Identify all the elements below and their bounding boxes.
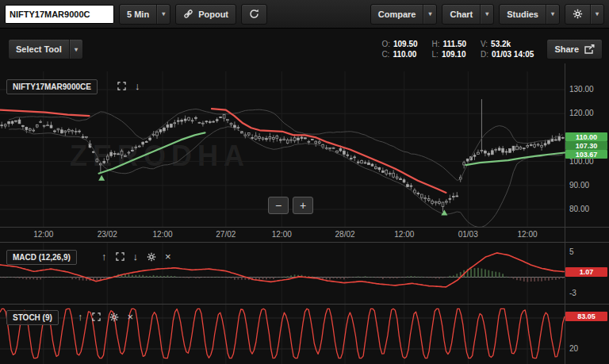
- stoch-study-label[interactable]: STOCH (9): [6, 310, 59, 325]
- popout-button[interactable]: Popout: [175, 4, 236, 25]
- chart-area: ZERODHA 130.00120.00110.00100.0090.0080.…: [0, 29, 609, 364]
- ohlc-legend: O:109.50 H:111.50 V:53.2k C:110.00 L:109…: [381, 40, 534, 59]
- macd-move-up-icon[interactable]: ↑: [102, 251, 107, 262]
- macd-settings-gear-icon[interactable]: [147, 252, 156, 262]
- select-tool-label[interactable]: Select Tool: [9, 40, 69, 59]
- legend-datetime: D:01/03 14:05: [481, 50, 534, 59]
- top-toolbar: 5 Min ▾ Popout Compare ▾ Chart: [0, 0, 609, 29]
- legend-low: L:109.10: [432, 50, 466, 59]
- macd-panel-controls: ↑ ↓ ×: [102, 251, 171, 262]
- stoch-move-up-icon[interactable]: ↑: [78, 312, 83, 322]
- macd-close-icon[interactable]: ×: [165, 251, 171, 262]
- share-label: Share: [554, 44, 579, 54]
- zoom-in-button[interactable]: +: [293, 197, 313, 214]
- chart-caret-icon[interactable]: ▾: [480, 5, 493, 24]
- chart-type-label[interactable]: Chart: [442, 5, 480, 24]
- svg-text:90.00: 90.00: [569, 181, 589, 190]
- macd-expand-icon[interactable]: [116, 252, 124, 261]
- svg-text:01/03: 01/03: [458, 230, 478, 239]
- stoch-expand-icon[interactable]: [92, 312, 101, 321]
- svg-text:12:00: 12:00: [394, 230, 414, 239]
- interval-dropdown: 5 Min ▾: [119, 4, 170, 25]
- interval-label[interactable]: 5 Min: [120, 5, 156, 24]
- svg-text:12:00: 12:00: [153, 230, 173, 239]
- gear-icon[interactable]: [565, 5, 590, 24]
- select-tool-caret-icon[interactable]: ▾: [69, 40, 82, 59]
- stoch-value-badge: 83.05: [565, 312, 607, 321]
- refresh-button[interactable]: [241, 4, 267, 25]
- zoom-out-button[interactable]: −: [268, 197, 289, 214]
- supertrend-price-badge: 103.67: [565, 150, 607, 159]
- stoch-close-icon[interactable]: ×: [128, 312, 134, 322]
- macd-panel-canvas[interactable]: 5-3: [0, 242, 609, 304]
- svg-text:120.00: 120.00: [569, 109, 594, 117]
- last-price-badge: 110.00: [565, 132, 607, 141]
- compare-dropdown: Compare ▾: [370, 4, 438, 25]
- chart-type-dropdown: Chart ▾: [442, 4, 494, 25]
- symbol-input[interactable]: [5, 5, 114, 24]
- legend-close: C:110.00: [381, 50, 417, 59]
- studies-caret-icon[interactable]: ▾: [546, 5, 559, 24]
- svg-text:130.00: 130.00: [569, 85, 594, 94]
- svg-text:-3: -3: [569, 289, 576, 297]
- select-tool-dropdown: Select Tool ▾: [8, 39, 83, 59]
- expand-icon[interactable]: [117, 82, 126, 90]
- move-down-icon[interactable]: ↓: [135, 81, 140, 91]
- legend-volume: V:53.2k: [481, 40, 534, 48]
- zoom-controls: − +: [268, 197, 313, 214]
- share-icon: [584, 44, 595, 55]
- settings-dropdown: ▾: [565, 4, 604, 25]
- refresh-icon: [249, 9, 259, 19]
- share-button[interactable]: Share: [546, 39, 603, 59]
- macd-study-label[interactable]: MACD (12,26,9): [6, 250, 77, 265]
- svg-text:12:00: 12:00: [33, 230, 53, 239]
- link-icon: [183, 9, 193, 19]
- compare-label[interactable]: Compare: [371, 5, 423, 24]
- svg-text:12:00: 12:00: [272, 230, 292, 239]
- stoch-settings-gear-icon[interactable]: [109, 312, 119, 322]
- svg-text:23/02: 23/02: [98, 230, 117, 239]
- svg-text:80.00: 80.00: [569, 205, 589, 213]
- instrument-label[interactable]: NIFTY17MAR9000CE: [6, 79, 98, 94]
- stoch-panel-controls: ↑ ×: [78, 312, 133, 322]
- svg-text:20: 20: [569, 344, 579, 353]
- svg-text:5: 5: [569, 247, 574, 256]
- macd-move-down-icon[interactable]: ↓: [133, 251, 139, 262]
- compare-caret-icon[interactable]: ▾: [423, 5, 436, 24]
- legend-high: H:111.50: [432, 40, 466, 48]
- studies-label[interactable]: Studies: [500, 5, 546, 24]
- settings-caret-icon[interactable]: ▾: [590, 5, 603, 24]
- popout-label: Popout: [198, 10, 228, 19]
- studies-dropdown: Studies ▾: [499, 4, 560, 25]
- macd-value-badge: 1.07: [565, 267, 607, 277]
- interval-caret-icon[interactable]: ▾: [156, 5, 170, 24]
- legend-open: O:109.50: [381, 40, 417, 48]
- svg-text:28/02: 28/02: [335, 230, 355, 239]
- sub-toolbar: Select Tool ▾ O:109.50 H:111.50 V:53.2k …: [8, 38, 603, 60]
- svg-text:27/02: 27/02: [216, 230, 236, 239]
- trading-chart-app: 5 Min ▾ Popout Compare ▾ Chart: [0, 0, 609, 364]
- main-panel-controls: ↓: [117, 81, 140, 91]
- overlay-price-badge: 107.30: [565, 141, 607, 150]
- svg-text:12:00: 12:00: [517, 230, 537, 239]
